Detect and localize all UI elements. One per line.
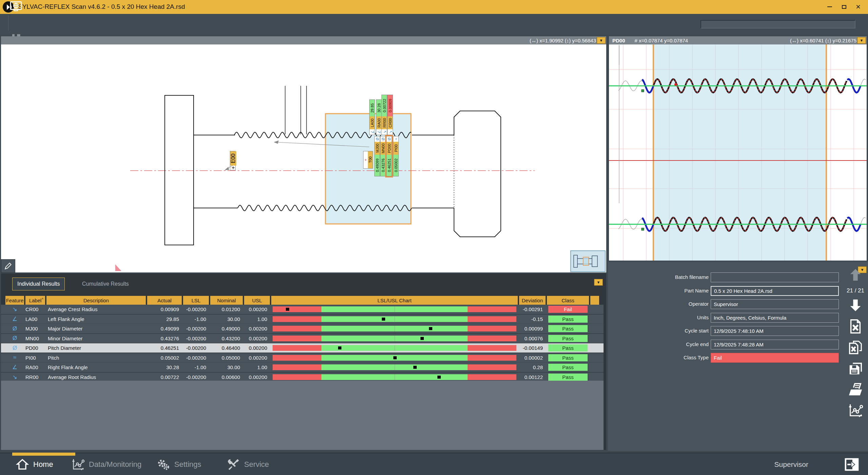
delete-all-records-icon[interactable]: [848, 340, 863, 357]
cell-deviation: 0.28: [519, 363, 546, 372]
left-viewport-dropdown-button[interactable]: ▼: [597, 37, 606, 44]
feature-tag-pi00[interactable]: ≈PI000.05002: [393, 136, 399, 176]
cell-lsl: -1.00: [183, 315, 209, 324]
logout-icon[interactable]: [844, 458, 859, 471]
down-arrow-icon[interactable]: [848, 298, 863, 315]
datum-tag-t00[interactable]: +T00: [363, 151, 373, 169]
feature-tag-mj00[interactable]: ØMJ000.49099: [374, 136, 380, 176]
field-label-cycle-start: Cycle start: [685, 328, 709, 334]
table-row-la00[interactable]: ∠LA00Left Flank Angle29.85-1.0030.001.00…: [1, 315, 604, 324]
lsl-usl-chart-bar: [271, 373, 518, 382]
cell-description: Average Root Radius: [46, 373, 146, 382]
cell-actual: 0.46251: [147, 343, 182, 353]
measurement-marker: [429, 327, 432, 330]
overview-minimap[interactable]: [570, 250, 606, 272]
cell-label: PD00: [25, 343, 45, 353]
screen-globe-icon[interactable]: [6, 0, 26, 15]
measurement-marker: [393, 356, 397, 359]
open-report-icon[interactable]: [848, 382, 863, 399]
up-arrow-icon[interactable]: [848, 267, 863, 284]
feature-tag-cr00[interactable]: 0.00909CR00↘: [387, 95, 393, 135]
cell-description: Pitch Diameter: [46, 343, 146, 353]
tab-cumulative-results[interactable]: Cumulative Results: [77, 278, 134, 290]
cell-usl: 0.00200: [244, 324, 270, 333]
nav-item-service[interactable]: Service: [226, 453, 269, 475]
chart-view-icon[interactable]: [848, 403, 863, 420]
column-header-extra: [590, 296, 599, 305]
cell-usl: 0.00200: [244, 334, 270, 343]
column-header-nominal[interactable]: Nominal: [210, 296, 243, 305]
cell-nominal: 0.00600: [210, 373, 243, 382]
cell-description: Minor Diameter: [46, 334, 146, 343]
nav-item-data-monitoring[interactable]: Data/Monitoring: [71, 453, 141, 475]
cell-nominal: 0.46400: [210, 343, 243, 353]
close-button[interactable]: ×: [852, 2, 864, 12]
delete-record-icon[interactable]: [848, 319, 863, 336]
field-input-operator[interactable]: Supervisor: [711, 299, 839, 309]
nav-item-home[interactable]: Home: [16, 453, 53, 475]
table-row-cr00[interactable]: ↘CR00Average Crest Radius0.00909-0.00200…: [1, 305, 604, 314]
feature-tag-mn00[interactable]: ØMN000.43276: [380, 136, 386, 176]
table-row-pd00[interactable]: ØPD00Pitch Diameter0.46251-0.002000.4640…: [1, 343, 604, 353]
radius-feature-icon: ↘: [5, 305, 24, 314]
field-label-units: Units: [697, 315, 709, 320]
feature-tag-la00[interactable]: 29.85LA00∠: [369, 99, 375, 135]
thread-trace-canvas[interactable]: [609, 44, 867, 261]
feature-tag-e00[interactable]: E00+: [230, 151, 236, 170]
column-header-lsl[interactable]: LSL: [183, 296, 209, 305]
class-badge: Pass: [547, 373, 589, 382]
field-input-part-name[interactable]: 0.5 x 20 Hex Head 2A.rsd: [711, 286, 839, 296]
radius-feature-icon: ↘: [5, 373, 24, 382]
cell-usl: 1.00: [244, 363, 270, 372]
maximize-button[interactable]: [838, 2, 850, 12]
feature-tag-ra00[interactable]: 30.28RA00∠: [376, 99, 382, 135]
cell-nominal: 0.43200: [210, 334, 243, 343]
minimize-button[interactable]: [824, 2, 835, 12]
cell-nominal: 30.00: [210, 363, 243, 372]
lsl-usl-chart-bar: [271, 343, 518, 353]
field-input-units[interactable]: Inch, Degrees, Celsius, Formula: [711, 313, 839, 323]
table-row-mj00[interactable]: ØMJ00Major Diameter0.49099-0.002000.4900…: [1, 324, 604, 334]
cell-label: PI00: [25, 353, 45, 362]
column-header-description[interactable]: Description: [46, 296, 146, 305]
cell-nominal: 0.49000: [210, 324, 243, 333]
column-header-actual[interactable]: Actual: [147, 296, 182, 305]
table-row-mn00[interactable]: ØMN00Minor Diameter0.43276-0.002000.4320…: [1, 334, 604, 343]
field-input-cycle-end[interactable]: 12/9/2025 7:48:28 AM: [711, 340, 839, 349]
cell-nominal: 30.00: [210, 315, 243, 324]
save-batch-icon[interactable]: [848, 361, 863, 378]
table-row-ra00[interactable]: ∠RA00Right Flank Angle30.28-1.0030.001.0…: [1, 363, 604, 372]
cell-nominal: 0.05000: [210, 353, 243, 362]
window-title: SYLVAC-REFLEX Scan v4.6.2 - 0.5 x 20 Hex…: [18, 3, 185, 11]
cell-usl: 0.00200: [244, 305, 270, 314]
feature-tag-pd00[interactable]: ØPD000.46251: [386, 136, 392, 176]
results-table-header: FeatureLabel▲DescriptionActualLSLNominal…: [1, 296, 606, 305]
column-header-deviation[interactable]: Deviation: [519, 296, 546, 305]
right-viewport-dropdown-button[interactable]: ▼: [857, 37, 866, 44]
column-header-label[interactable]: Label▲: [25, 296, 45, 305]
tab-individual-results[interactable]: Individual Results: [12, 278, 65, 290]
field-input-cycle-start[interactable]: 12/9/2025 7:48:10 AM: [711, 326, 839, 336]
profile-drawing-canvas[interactable]: 29.85LA00∠30.28RA00∠0.00722RR00↘0.00909C…: [1, 44, 606, 272]
cell-usl: 0.00200: [244, 373, 270, 382]
title-bar: SYLVAC-REFLEX Scan v4.6.2 - 0.5 x 20 Hex…: [0, 0, 868, 14]
field-input-class-type[interactable]: Fail: [711, 353, 839, 363]
class-badge: Pass: [547, 363, 589, 372]
cell-label: RR00: [25, 373, 45, 382]
feature-tag-rr00[interactable]: 0.00722RR00↘: [381, 95, 387, 135]
status-progress-track: [701, 20, 855, 28]
edit-annotation-button[interactable]: [1, 259, 15, 273]
column-header-lsl-usl-chart[interactable]: LSL/USL Chart: [271, 296, 518, 305]
field-input-batch-filename[interactable]: [711, 272, 839, 282]
column-header-feature[interactable]: Feature: [5, 296, 24, 305]
record-counter: 21 / 21: [847, 287, 864, 294]
results-dropdown-button[interactable]: ▼: [594, 279, 603, 286]
lsl-usl-chart-bar: [271, 305, 518, 314]
field-label-batch-filename: Batch filename: [675, 274, 709, 280]
nav-item-settings[interactable]: Settings: [157, 453, 201, 475]
cell-deviation: -0.00149: [519, 343, 546, 353]
column-header-usl[interactable]: USL: [244, 296, 270, 305]
column-header-class[interactable]: Class: [547, 296, 589, 305]
results-panel: Individual Results Cumulative Results ▼ …: [1, 273, 606, 450]
table-row-pi00[interactable]: ≈PI00Pitch0.05002-0.002000.050000.002000…: [1, 353, 604, 363]
